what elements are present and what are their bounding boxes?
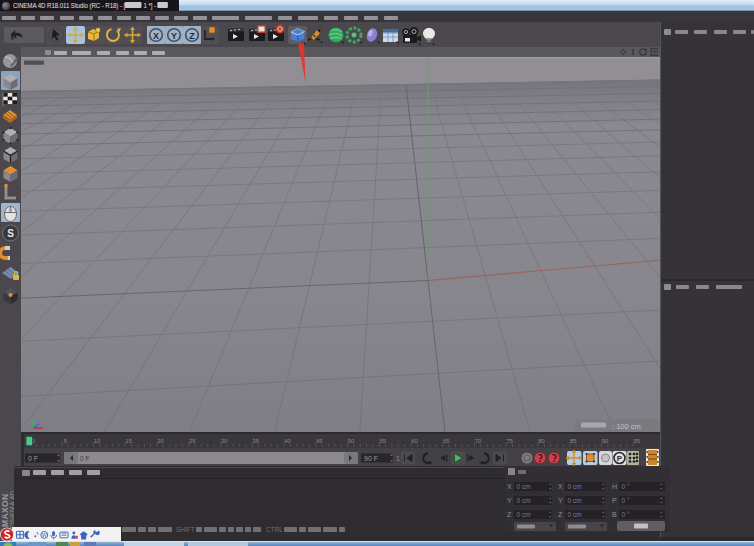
svg-text:Z: Z xyxy=(558,511,563,518)
svg-text:55: 55 xyxy=(380,438,386,444)
svg-text:45: 45 xyxy=(316,438,322,444)
svg-text:15: 15 xyxy=(126,438,132,444)
svg-text:W: W xyxy=(42,533,47,538)
svg-text:50: 50 xyxy=(348,438,354,444)
svg-text:X: X xyxy=(507,483,512,490)
svg-text:0 °: 0 ° xyxy=(622,483,630,490)
svg-text:Y: Y xyxy=(507,497,512,504)
svg-text:65: 65 xyxy=(443,438,449,444)
svg-text:90 F: 90 F xyxy=(364,455,378,462)
svg-text:85: 85 xyxy=(570,438,576,444)
svg-text:0 cm: 0 cm xyxy=(568,511,582,518)
svg-text:X: X xyxy=(558,483,563,490)
svg-text:Z: Z xyxy=(189,31,195,41)
svg-text:P: P xyxy=(617,454,623,463)
svg-text:0 F: 0 F xyxy=(28,455,38,462)
svg-text:60: 60 xyxy=(411,438,417,444)
svg-text:Y: Y xyxy=(171,31,177,41)
svg-text:1: 1 xyxy=(396,455,400,462)
svg-text:35: 35 xyxy=(253,438,259,444)
svg-text:75: 75 xyxy=(507,438,513,444)
svg-text:0 cm: 0 cm xyxy=(568,497,582,504)
svg-text:70: 70 xyxy=(475,438,481,444)
svg-text:90: 90 xyxy=(602,438,608,444)
svg-text:40: 40 xyxy=(284,438,290,444)
svg-text:Y: Y xyxy=(558,497,563,504)
svg-text:0 cm: 0 cm xyxy=(517,511,531,518)
svg-text:0 cm: 0 cm xyxy=(568,483,582,490)
svg-text:25: 25 xyxy=(189,438,195,444)
svg-text:0 cm: 0 cm xyxy=(517,483,531,490)
svg-text:0 °: 0 ° xyxy=(622,497,630,504)
svg-text:: 100 cm: : 100 cm xyxy=(612,422,641,431)
svg-text:H: H xyxy=(612,483,617,490)
svg-text:Z: Z xyxy=(507,511,512,518)
svg-text:0 °: 0 ° xyxy=(622,511,630,518)
svg-text:S: S xyxy=(7,228,14,239)
svg-text:10: 10 xyxy=(94,438,100,444)
svg-text:95: 95 xyxy=(634,438,640,444)
svg-text:0 cm: 0 cm xyxy=(517,497,531,504)
svg-text:30: 30 xyxy=(221,438,227,444)
svg-text:20: 20 xyxy=(157,438,163,444)
svg-text:0 F: 0 F xyxy=(80,455,89,462)
svg-text:X: X xyxy=(153,31,159,41)
svg-text:80: 80 xyxy=(538,438,544,444)
svg-text:5: 5 xyxy=(64,438,67,444)
svg-text:P: P xyxy=(612,497,617,504)
svg-text:B: B xyxy=(612,511,617,518)
